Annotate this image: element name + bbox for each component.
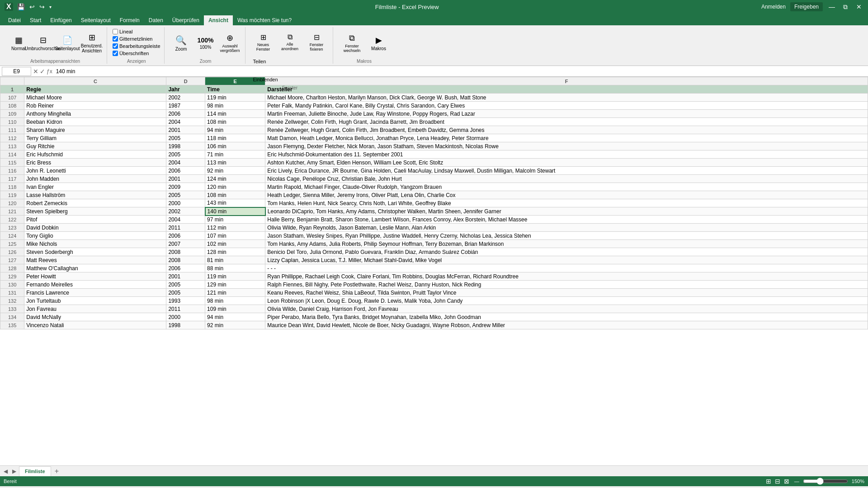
cell-time[interactable]: 109 min — [205, 305, 265, 313]
cell-jahr[interactable]: 1993 — [166, 297, 205, 305]
cell-darsteller[interactable]: Maurice Dean Wint, David Hewlett, Nicole… — [265, 321, 868, 329]
cell-regie[interactable]: Steven Spielberg — [24, 207, 166, 216]
cell-darsteller[interactable]: Halle Berry, Benjamin Bratt, Sharon Ston… — [265, 216, 868, 224]
cell-jahr[interactable]: 2001 — [166, 126, 205, 134]
cell-regie[interactable]: Tony Giglio — [24, 232, 166, 240]
cell-regie[interactable]: Matthew O'Callaghan — [24, 264, 166, 272]
cell-regie[interactable]: Beeban Kidron — [24, 118, 166, 126]
cell-regie[interactable]: David McNally — [24, 313, 166, 321]
cell-darsteller[interactable]: Ashton Kutcher, Amy Smart, Elden Henson,… — [265, 159, 868, 167]
cell-time[interactable]: 140 min — [205, 207, 265, 216]
cell-darsteller[interactable]: Benicio Del Toro, Julia Ormond, Pablo Gu… — [265, 248, 868, 256]
headings-checkbox[interactable]: Überschriften — [113, 51, 149, 56]
cell-darsteller[interactable]: Lizzy Caplan, Jessica Lucas, T.J. Miller… — [265, 256, 868, 264]
cell-jahr[interactable]: 2005 — [166, 281, 205, 289]
tab-ueberpruefen[interactable]: Überprüfen — [168, 15, 204, 25]
cell-time[interactable]: 119 min — [205, 94, 265, 102]
arrange-all-button[interactable]: ⧉ Alle anordnen — [278, 29, 302, 55]
cell-darsteller[interactable]: Leon Robinson |X Leon, Doug E. Doug, Raw… — [265, 297, 868, 305]
scroll-sheets-right[interactable]: ▶ — [10, 468, 18, 474]
cell-darsteller[interactable]: Jason Statham, Wesley Snipes, Ryan Phill… — [265, 232, 868, 240]
cell-time[interactable]: 97 min — [205, 216, 265, 224]
cell-regie[interactable]: Peter Howitt — [24, 272, 166, 281]
cell-time[interactable]: 112 min — [205, 224, 265, 232]
cell-time[interactable]: 119 min — [205, 272, 265, 281]
cell-regie[interactable]: Michael Moore — [24, 94, 166, 102]
cell-jahr[interactable]: 2006 — [166, 167, 205, 175]
cell-jahr[interactable]: 2008 — [166, 248, 205, 256]
cell-time[interactable]: 108 min — [205, 191, 265, 199]
formula-input[interactable] — [54, 68, 866, 75]
split-button[interactable]: Teilen — [251, 57, 282, 66]
cell-time[interactable]: 128 min — [205, 248, 265, 256]
cell-jahr[interactable]: 2011 — [166, 305, 205, 313]
cell-darsteller[interactable]: Renée Zellweger, Hugh Grant, Colin Firth… — [265, 126, 868, 134]
headings-input[interactable] — [113, 51, 118, 56]
gridlines-checkbox[interactable]: Gitternetzlinien — [113, 36, 152, 42]
cell-time[interactable]: 113 min — [205, 159, 265, 167]
cell-darsteller[interactable]: Renée Zellweger, Colin Firth, Hugh Grant… — [265, 118, 868, 126]
sheet-tab-filmliste[interactable]: Filmliste — [19, 466, 51, 476]
cell-time[interactable]: 114 min — [205, 110, 265, 118]
col-header-f[interactable]: F — [265, 77, 868, 85]
tab-einfuegen[interactable]: Einfügen — [46, 15, 76, 25]
cell-time[interactable]: 92 min — [205, 321, 265, 329]
save-icon[interactable]: 💾 — [16, 3, 26, 10]
cell-darsteller[interactable]: Darsteller — [265, 85, 868, 94]
cell-time[interactable]: 129 min — [205, 281, 265, 289]
cell-time[interactable]: 102 min — [205, 240, 265, 248]
cell-jahr[interactable]: 2001 — [166, 175, 205, 183]
tab-daten[interactable]: Daten — [144, 15, 168, 25]
cell-regie[interactable]: Fernando Meirelles — [24, 281, 166, 289]
cell-darsteller[interactable]: Ralph Fiennes, Bill Nighy, Pete Postleth… — [265, 281, 868, 289]
cell-jahr[interactable]: 2004 — [166, 159, 205, 167]
customize-icon[interactable]: ▾ — [48, 5, 53, 9]
cell-regie[interactable]: Mike Nichols — [24, 240, 166, 248]
cell-jahr[interactable]: 2008 — [166, 256, 205, 264]
cell-regie[interactable]: Eric Hufschmid — [24, 150, 166, 159]
cell-jahr[interactable]: 2002 — [166, 207, 205, 216]
zoom-100-button[interactable]: 100% 100% — [194, 30, 217, 56]
cell-jahr[interactable]: Jahr — [166, 85, 205, 94]
lineal-input[interactable] — [113, 29, 118, 34]
cell-time[interactable]: 107 min — [205, 232, 265, 240]
cell-darsteller[interactable]: Keanu Reeves, Rachel Weisz, Shia LaBeouf… — [265, 289, 868, 297]
cell-regie[interactable]: Rob Reiner — [24, 102, 166, 110]
cell-jahr[interactable]: 2006 — [166, 232, 205, 240]
cell-time[interactable]: 92 min — [205, 167, 265, 175]
cell-regie[interactable]: Jon Turteltaub — [24, 297, 166, 305]
cell-time[interactable]: 143 min — [205, 199, 265, 207]
cell-time[interactable]: 81 min — [205, 256, 265, 264]
cell-darsteller[interactable]: Jason Flemyng, Dexter Fletcher, Nick Mor… — [265, 142, 868, 150]
cell-time[interactable]: 94 min — [205, 126, 265, 134]
cell-regie[interactable]: David Dobkin — [24, 224, 166, 232]
cell-jahr[interactable]: 2005 — [166, 134, 205, 142]
formula-insert-icon[interactable]: ƒx — [47, 68, 52, 75]
cell-regie[interactable]: Ivan Engler — [24, 183, 166, 191]
cell-jahr[interactable]: 2005 — [166, 191, 205, 199]
cell-time[interactable]: 118 min — [205, 134, 265, 142]
sign-in-button[interactable]: Anmelden — [761, 4, 786, 10]
zoom-button[interactable]: 🔍 Zoom — [170, 30, 193, 56]
cell-regie[interactable]: Terry Gilliam — [24, 134, 166, 142]
add-sheet-button[interactable]: + — [52, 467, 61, 475]
cell-darsteller[interactable]: Martin Rapold, Michael Finger, Claude-Ol… — [265, 183, 868, 191]
cell-darsteller[interactable]: Nicolas Cage, Penélope Cruz, Christian B… — [265, 175, 868, 183]
cell-darsteller[interactable]: Tom Hanks, Amy Adams, Julia Roberts, Phi… — [265, 240, 868, 248]
cell-regie[interactable]: Anthony Minghella — [24, 110, 166, 118]
share-button[interactable]: Freigeben — [790, 2, 823, 11]
normal-view-status-button[interactable]: ⊞ — [764, 478, 773, 485]
gridlines-input[interactable] — [113, 36, 118, 42]
redo-icon[interactable]: ↪ — [38, 3, 46, 10]
freeze-panes-button[interactable]: ⊟ Fenster fixieren — [304, 29, 329, 55]
cell-jahr[interactable]: 1998 — [166, 142, 205, 150]
cell-time[interactable]: 120 min — [205, 183, 265, 191]
tab-formeln[interactable]: Formeln — [115, 15, 144, 25]
cell-regie[interactable]: Regie — [24, 85, 166, 94]
tab-help[interactable]: Was möchten Sie tun? — [233, 15, 296, 25]
formula-confirm-icon[interactable]: ✓ — [40, 68, 45, 75]
cell-darsteller[interactable]: Martin Freeman, Juliette Binoche, Jude L… — [265, 110, 868, 118]
cell-jahr[interactable]: 2006 — [166, 110, 205, 118]
cell-reference-box[interactable] — [2, 67, 31, 76]
cell-jahr[interactable]: 2001 — [166, 272, 205, 281]
